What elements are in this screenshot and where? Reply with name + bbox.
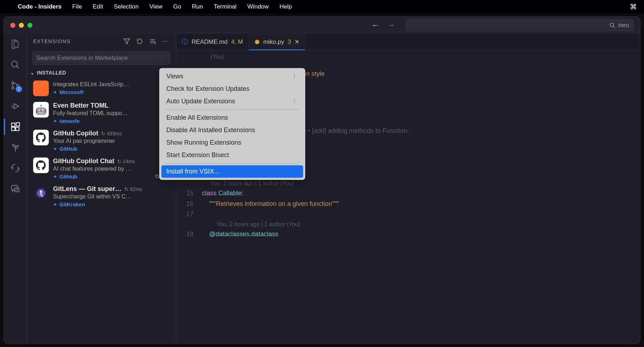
menu-go[interactable]: Go: [173, 3, 181, 10]
code-line[interactable]: 17: [176, 209, 640, 220]
line-number: 17: [176, 209, 202, 220]
activity-plant-icon[interactable]: [10, 142, 21, 153]
nav-back-icon[interactable]: ←: [372, 21, 379, 30]
extension-load-time: ↻ 24ms: [117, 159, 135, 164]
nav-forward-icon[interactable]: →: [387, 21, 395, 30]
activity-explorer-icon[interactable]: [10, 39, 21, 50]
extension-publisher: GitKraken: [59, 201, 85, 207]
extension-item[interactable]: GitHub Copilot Chat↻ 24msAI chat feature…: [31, 155, 172, 182]
menubar-app-name[interactable]: Code - Insiders: [18, 3, 62, 10]
editor-tabs: ⓘREADME.md4, M⬢miko.py3✕: [176, 34, 640, 50]
svg-point-5: [12, 82, 14, 84]
activity-scm-icon[interactable]: 7: [10, 80, 21, 91]
extension-item[interactable]: 🤖Even Better TOMLFully-featured TOML sup…: [31, 99, 172, 127]
maximize-window-button[interactable]: [27, 23, 32, 28]
menu-file[interactable]: File: [72, 3, 82, 10]
extension-description: Supercharge Git within VS C…: [53, 193, 170, 200]
code-line[interactable]: 16 """Retrieves information on a given f…: [176, 199, 640, 209]
split-icon[interactable]: ⧉: [155, 173, 159, 180]
sidebar-title: EXTENSIONS: [33, 38, 118, 44]
svg-rect-2: [14, 41, 18, 47]
menu-separator: [164, 163, 300, 164]
verified-icon: ✦: [53, 89, 57, 95]
menu-terminal[interactable]: Terminal: [214, 3, 237, 10]
nav-arrows: ← →: [372, 21, 395, 30]
extension-icon: 🤖: [33, 102, 49, 118]
activity-extensions-icon[interactable]: [10, 121, 21, 132]
close-window-button[interactable]: [10, 23, 15, 28]
svg-rect-12: [16, 123, 19, 126]
clear-icon[interactable]: [148, 38, 157, 45]
activity-chat-icon[interactable]: [10, 183, 21, 194]
extensions-sidebar: EXTENSIONS ··· ⌄ INSTALLED Integrates ES…: [27, 34, 176, 344]
chevron-down-icon: ⌄: [30, 70, 35, 76]
activity-share-icon[interactable]: [10, 163, 21, 174]
code-line[interactable]: 15class Callable:: [176, 188, 640, 199]
extension-icon: [33, 185, 49, 201]
line-number: 15: [176, 188, 202, 199]
menu-item[interactable]: Enable All Extensions: [161, 112, 303, 124]
svg-marker-15: [124, 39, 130, 44]
svg-rect-10: [11, 127, 15, 130]
extension-name: GitLens — Git super…: [53, 185, 121, 193]
command-center-search[interactable]: zero: [406, 20, 634, 31]
menu-view[interactable]: View: [149, 3, 162, 10]
sidebar-header: EXTENSIONS ···: [27, 34, 176, 48]
activity-debug-icon[interactable]: [10, 101, 21, 112]
extension-icon: [33, 130, 49, 145]
extension-icon: [33, 157, 49, 173]
blame-annotation: You, 2 hours ago | 1 author (You): [202, 179, 640, 188]
verified-icon: ✦: [53, 146, 57, 152]
extension-search[interactable]: [32, 51, 170, 65]
menu-item[interactable]: Auto Update Extensions〉: [161, 95, 303, 108]
tab-status: 3: [288, 38, 291, 46]
extension-description: AI chat features powered by …: [53, 166, 170, 172]
menubar-status-icon[interactable]: ⌘: [630, 2, 637, 11]
menu-item[interactable]: Views〉: [161, 70, 303, 83]
svg-line-4: [16, 66, 19, 68]
menu-item[interactable]: Disable All Installed Extensions: [161, 124, 303, 136]
extension-item[interactable]: GitLens — Git super…↻ 62msSupercharge Gi…: [31, 182, 172, 210]
menu-run[interactable]: Run: [192, 3, 203, 10]
extension-publisher: GitHub: [59, 146, 77, 152]
editor-tab[interactable]: ⓘREADME.md4, M: [176, 34, 249, 50]
editor-tab[interactable]: ⬢miko.py3✕: [249, 34, 305, 50]
menu-item-label: Disable All Installed Extensions: [166, 126, 255, 134]
chevron-right-icon: 〉: [293, 98, 298, 105]
extension-item[interactable]: GitHub Copilot↻ 493msYour AI pair progra…: [31, 127, 172, 155]
scm-badge: 7: [16, 86, 22, 92]
activity-search-icon[interactable]: [10, 59, 21, 70]
menu-item[interactable]: Start Extension Bisect: [161, 149, 303, 161]
section-label: INSTALLED: [37, 70, 66, 76]
svg-rect-9: [11, 123, 15, 126]
menu-item[interactable]: Show Running Extensions: [161, 136, 303, 149]
more-actions-icon[interactable]: ···: [161, 37, 170, 45]
extension-search-input[interactable]: [36, 55, 166, 62]
close-tab-icon[interactable]: ✕: [295, 38, 299, 45]
line-number: 18: [176, 229, 202, 240]
menu-help[interactable]: Help: [280, 3, 292, 10]
menu-item[interactable]: Install from VSIX...: [161, 165, 303, 178]
extension-name: Even Better TOML: [53, 102, 109, 109]
menu-item[interactable]: Check for Extension Updates: [161, 83, 303, 95]
extension-item[interactable]: Integrates ESLint JavaScrip…✦Microsoft: [31, 78, 172, 99]
refresh-icon[interactable]: [135, 38, 144, 45]
verified-icon: ✦: [53, 174, 57, 180]
extension-name: GitHub Copilot: [53, 130, 98, 137]
code-line[interactable]: 18 @dataclasses.dataclass: [176, 229, 640, 240]
chevron-right-icon: 〉: [293, 73, 298, 80]
minimize-window-button[interactable]: [19, 23, 24, 28]
installed-section-header[interactable]: ⌄ INSTALLED: [27, 68, 176, 78]
window-controls: [10, 23, 32, 28]
svg-rect-11: [16, 127, 19, 130]
menu-selection[interactable]: Selection: [114, 3, 139, 10]
extensions-context-menu: Views〉Check for Extension UpdatesAuto Up…: [159, 68, 305, 180]
menu-edit[interactable]: Edit: [93, 3, 103, 10]
menu-window[interactable]: Window: [247, 3, 269, 10]
extension-publisher: GitHub: [59, 174, 77, 180]
verified-icon: ✦: [53, 202, 57, 207]
svg-point-6: [12, 87, 14, 89]
tab-status: 4, M: [231, 38, 243, 46]
search-value: zero: [618, 22, 629, 29]
filter-icon[interactable]: [123, 38, 131, 45]
